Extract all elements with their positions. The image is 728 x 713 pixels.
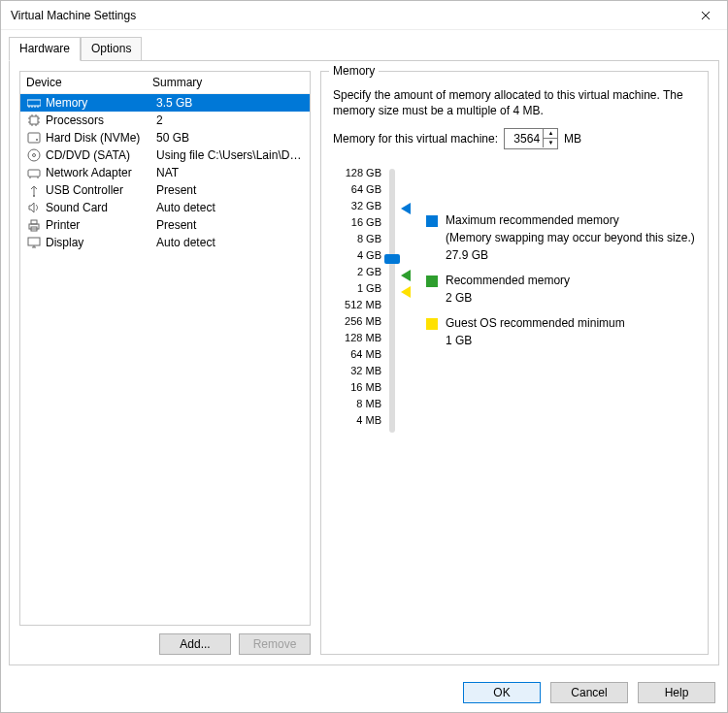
cancel-button[interactable]: Cancel [550,682,628,703]
device-name: Display [46,236,152,249]
device-name: Network Adapter [46,166,152,179]
tick-label: 256 MB [333,313,387,330]
ok-button[interactable]: OK [463,682,541,703]
device-summary: Auto detect [156,236,304,249]
dialog-footer: OK Cancel Help [1,673,727,712]
device-list-header: Device Summary [20,72,310,94]
device-summary: Present [156,183,304,197]
device-row-display[interactable]: Display Auto detect [20,234,310,251]
tick-label: 1 GB [333,280,387,297]
tick-label: 16 GB [333,214,387,231]
cd-icon [26,147,42,163]
tab-body: Device Summary Memory 3.5 GB Processors … [9,60,719,665]
svg-rect-6 [28,170,40,177]
swatch-rec-icon [426,275,438,287]
device-row-usb[interactable]: USB Controller Present [20,181,310,199]
tick-label: 8 GB [333,231,387,247]
device-summary: Using file C:\Users\Lain\Desk... [156,148,304,162]
device-name: Sound Card [46,201,152,214]
svg-point-5 [33,154,36,157]
memory-slider-thumb[interactable] [384,254,400,264]
device-row-network[interactable]: Network Adapter NAT [20,164,310,181]
device-name: Memory [46,96,152,110]
tick-label: 128 MB [333,330,387,346]
device-buttons: Add... Remove [19,626,311,655]
tab-hardware[interactable]: Hardware [9,37,81,61]
tick-label: 8 MB [333,396,387,412]
memory-input-row: Memory for this virtual machine: ▲ ▼ MB [333,128,696,149]
swatch-min-icon [426,318,438,330]
swatch-max-icon [426,215,438,227]
marker-recommended-icon [401,270,411,281]
device-name: CD/DVD (SATA) [46,148,152,162]
device-name: Processors [46,113,152,127]
close-icon [701,11,711,20]
memory-spinner[interactable]: ▲ ▼ [543,128,558,147]
add-button[interactable]: Add... [159,633,231,655]
memory-description: Specify the amount of memory allocated t… [333,87,696,118]
header-summary: Summary [152,76,202,89]
svg-rect-2 [28,133,40,143]
memory-slider-area: 128 GB 64 GB 32 GB 16 GB 8 GB 4 GB 2 GB … [333,165,696,437]
legend-max-value: 27.9 GB [446,248,696,262]
usb-icon [26,182,42,198]
header-device: Device [26,76,152,89]
settings-window: Virtual Machine Settings Hardware Option… [0,0,728,713]
memory-field-label: Memory for this virtual machine: [333,132,498,146]
device-summary: Present [156,218,304,232]
device-name: USB Controller [46,183,152,197]
tick-label: 4 MB [333,412,387,429]
legend-min-value: 1 GB [446,334,696,347]
device-row-sound[interactable]: Sound Card Auto detect [20,199,310,216]
svg-point-3 [36,139,38,141]
tick-label: 128 GB [333,165,387,181]
device-name: Printer [46,218,152,232]
device-name: Hard Disk (NVMe) [46,131,152,145]
memory-group: Memory Specify the amount of memory allo… [320,71,709,655]
device-row-memory[interactable]: Memory 3.5 GB [20,94,310,112]
legend-rec-label: Recommended memory [446,274,570,287]
tick-label: 2 GB [333,264,387,280]
tick-label: 512 MB [333,297,387,313]
device-list[interactable]: Device Summary Memory 3.5 GB Processors … [19,71,311,626]
remove-button[interactable]: Remove [239,633,311,655]
help-button[interactable]: Help [638,682,715,703]
device-summary: NAT [156,166,304,179]
device-pane: Device Summary Memory 3.5 GB Processors … [19,71,311,655]
spin-up-icon[interactable]: ▲ [544,128,558,139]
svg-rect-0 [27,100,41,106]
tick-label: 16 MB [333,379,387,396]
tick-label: 32 GB [333,198,387,214]
memory-unit: MB [564,132,581,146]
window-title: Virtual Machine Settings [11,9,136,22]
device-row-printer[interactable]: Printer Present [20,216,310,234]
spin-down-icon[interactable]: ▼ [544,139,558,148]
legend-max-note: (Memory swapping may occur beyond this s… [446,231,696,244]
group-label: Memory [329,64,379,78]
network-icon [26,165,42,180]
titlebar: Virtual Machine Settings [1,1,727,30]
sound-icon [26,200,42,215]
disk-icon [26,130,42,146]
legend-rec-value: 2 GB [446,291,696,305]
marker-max-icon [401,203,411,214]
device-summary: 2 [156,113,304,127]
memory-slider-track[interactable] [389,169,395,433]
tick-label: 64 GB [333,181,387,198]
svg-rect-1 [30,116,38,124]
tab-options[interactable]: Options [81,37,142,61]
memory-legend: Maximum recommended memory (Memory swapp… [403,165,696,437]
memory-ticks: 128 GB 64 GB 32 GB 16 GB 8 GB 4 GB 2 GB … [333,165,387,437]
svg-rect-11 [28,238,40,245]
device-summary: Auto detect [156,201,304,214]
cpu-icon [26,113,42,128]
marker-minimum-icon [401,286,411,298]
close-button[interactable] [683,1,727,30]
memory-icon [26,95,42,111]
display-icon [26,235,42,250]
device-summary: 3.5 GB [156,96,304,110]
device-row-processors[interactable]: Processors 2 [20,112,310,129]
device-row-cddvd[interactable]: CD/DVD (SATA) Using file C:\Users\Lain\D… [20,146,310,164]
device-row-harddisk[interactable]: Hard Disk (NVMe) 50 GB [20,129,310,146]
svg-rect-9 [31,220,37,224]
